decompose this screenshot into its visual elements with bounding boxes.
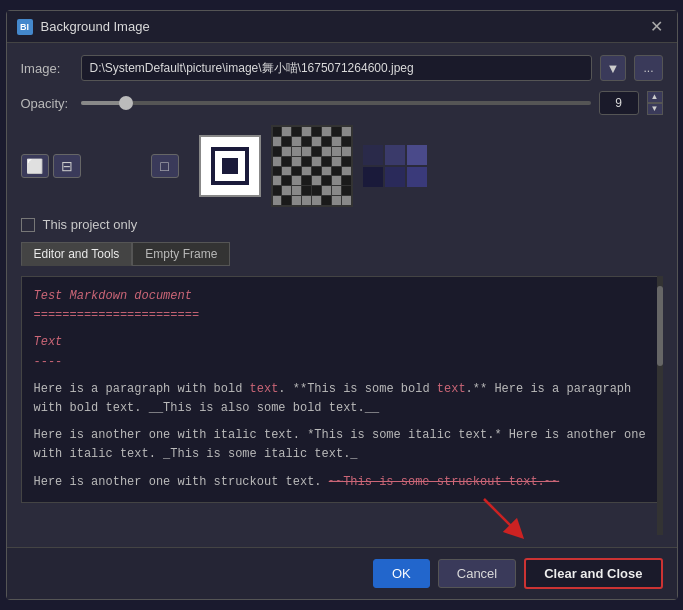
split-vertical-icon-button[interactable]: ⬜	[21, 154, 49, 178]
editor-wrapper: Test Markdown document =================…	[21, 276, 663, 535]
clear-close-button[interactable]: Clear and Close	[524, 558, 662, 589]
background-image-dialog: BI Background Image ✕ Image: ▼ ... Opaci…	[6, 10, 678, 600]
tabs-row: Editor and Tools Empty Frame	[21, 242, 663, 266]
color-swatch-1[interactable]	[363, 145, 383, 165]
editor-line-5: Here is a paragraph with bold text. **Th…	[34, 380, 650, 418]
color-swatches	[363, 145, 427, 187]
opacity-up-button[interactable]: ▲	[647, 91, 663, 103]
image-path-input[interactable]	[81, 55, 592, 81]
editor-line-1: Test Markdown document	[34, 287, 650, 306]
opacity-down-button[interactable]: ▼	[647, 103, 663, 115]
browse-button[interactable]: ...	[634, 55, 662, 81]
arrow-indicator	[479, 494, 529, 547]
editor-line-6: Here is another one with italic text. *T…	[34, 426, 650, 464]
split-horizontal-icon-button[interactable]: ⊟	[53, 154, 81, 178]
editor-line-2: =======================	[34, 306, 650, 325]
color-swatch-5[interactable]	[385, 167, 405, 187]
tab-editor-tools[interactable]: Editor and Tools	[21, 242, 133, 266]
image-dropdown-button[interactable]: ▼	[600, 55, 627, 81]
dialog-title: Background Image	[41, 19, 646, 34]
editor-blank-2	[34, 372, 650, 380]
checkbox-row: This project only	[21, 217, 663, 232]
bottom-bar: OK Cancel Clear and Close	[7, 547, 677, 599]
cancel-button[interactable]: Cancel	[438, 559, 516, 588]
dialog-content: Image: ▼ ... Opacity: 9 ▲ ▼ ⬜	[7, 43, 677, 547]
opacity-value: 9	[599, 91, 639, 115]
opacity-slider[interactable]	[81, 93, 591, 113]
frame-icon-button[interactable]: □	[151, 154, 179, 178]
image-row: Image: ▼ ...	[21, 55, 663, 81]
editor-line-4: ----	[34, 353, 650, 372]
qr-pattern-preview	[271, 125, 353, 207]
image-label: Image:	[21, 61, 73, 76]
dialog-icon: BI	[17, 19, 33, 35]
ok-button[interactable]: OK	[373, 559, 430, 588]
editor-blank-4	[34, 465, 650, 473]
layout-icons: ⬜ ⊟	[21, 154, 81, 178]
editor-area[interactable]: Test Markdown document =================…	[21, 276, 663, 503]
opacity-label: Opacity:	[21, 96, 73, 111]
tab-empty-frame[interactable]: Empty Frame	[132, 242, 230, 266]
color-swatch-6[interactable]	[407, 167, 427, 187]
project-only-label: This project only	[43, 217, 138, 232]
title-bar: BI Background Image ✕	[7, 11, 677, 43]
icons-preview-row: ⬜ ⊟ □	[21, 125, 663, 207]
color-swatch-2[interactable]	[385, 145, 405, 165]
opacity-row: Opacity: 9 ▲ ▼	[21, 91, 663, 115]
color-swatch-3[interactable]	[407, 145, 427, 165]
scrollbar-thumb	[657, 286, 663, 366]
editor-line-7: Here is another one with struckout text.…	[34, 473, 650, 492]
image-preview-small	[199, 135, 261, 197]
editor-line-3: Text	[34, 333, 650, 352]
project-only-checkbox[interactable]	[21, 218, 35, 232]
editor-scrollbar[interactable]	[657, 276, 663, 535]
close-button[interactable]: ✕	[646, 17, 667, 36]
editor-blank-1	[34, 325, 650, 333]
color-swatch-4[interactable]	[363, 167, 383, 187]
svg-line-0	[484, 499, 517, 532]
editor-blank-3	[34, 418, 650, 426]
opacity-spinner[interactable]: ▲ ▼	[647, 91, 663, 115]
